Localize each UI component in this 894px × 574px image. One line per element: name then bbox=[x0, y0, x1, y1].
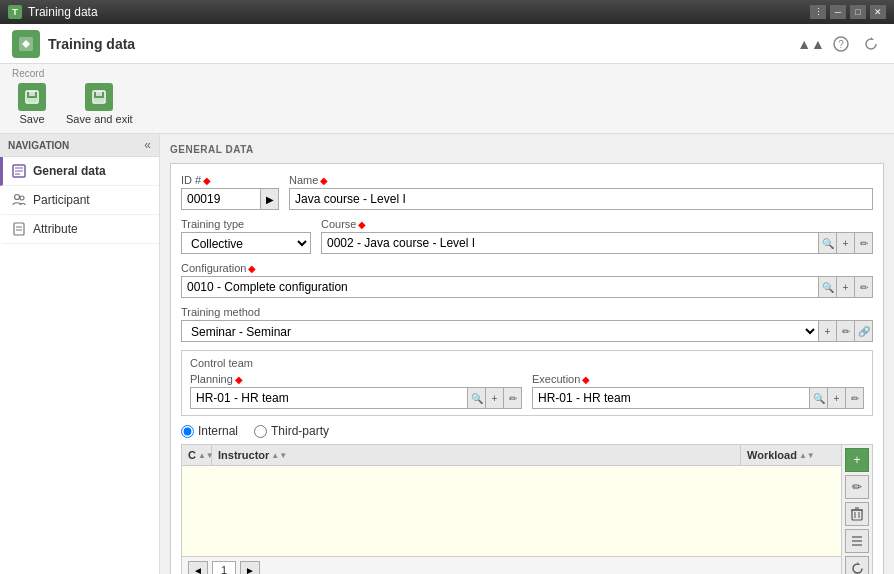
execution-edit-btn[interactable]: ✏ bbox=[846, 387, 864, 409]
svg-text:?: ? bbox=[838, 39, 844, 50]
configuration-input[interactable] bbox=[181, 276, 819, 298]
sidebar-item-participant[interactable]: Participant bbox=[0, 186, 159, 215]
refresh-app-btn[interactable] bbox=[860, 33, 882, 55]
attribute-icon bbox=[11, 221, 27, 237]
planning-field: Planning ◆ 🔍 + ✏ bbox=[190, 373, 522, 409]
instructor-table-footer: ◄ 1 ► bbox=[182, 556, 841, 574]
course-add-btn[interactable]: + bbox=[837, 232, 855, 254]
id-label: ID # ◆ bbox=[181, 174, 279, 186]
form-row-id-name: ID # ◆ ▶ Name ◆ bbox=[181, 174, 873, 210]
table-refresh-btn[interactable] bbox=[845, 556, 869, 574]
form-row-type-course: Training type Collective Individual Cour… bbox=[181, 218, 873, 254]
name-label: Name ◆ bbox=[289, 174, 873, 186]
workload-sort-icon: ▲▼ bbox=[799, 451, 815, 460]
planning-add-btn[interactable]: + bbox=[486, 387, 504, 409]
control-team-label: Control team bbox=[190, 357, 864, 369]
col-c-header: C ▲▼ bbox=[182, 445, 212, 465]
course-input-group: 🔍 + ✏ bbox=[321, 232, 873, 254]
save-exit-icon bbox=[85, 83, 113, 111]
title-bar-minimize-btn[interactable]: ─ bbox=[830, 5, 846, 19]
save-exit-label: Save and exit bbox=[66, 113, 133, 125]
title-bar-title: Training data bbox=[28, 5, 98, 19]
col-workload-header: Workload ▲▼ bbox=[741, 445, 841, 465]
sidebar-item-participant-label: Participant bbox=[33, 193, 90, 207]
id-input[interactable] bbox=[181, 188, 261, 210]
execution-input[interactable] bbox=[532, 387, 810, 409]
svg-marker-3 bbox=[871, 37, 874, 40]
method-edit-btn[interactable]: ✏ bbox=[837, 320, 855, 342]
form-group-configuration: Configuration ◆ 🔍 + ✏ bbox=[181, 262, 873, 298]
form-container: ID # ◆ ▶ Name ◆ bbox=[170, 163, 884, 574]
course-required-star: ◆ bbox=[358, 219, 366, 230]
planning-label: Planning ◆ bbox=[190, 373, 522, 385]
next-page-btn[interactable]: ► bbox=[240, 561, 260, 574]
help-btn[interactable]: ? bbox=[830, 33, 852, 55]
save-button[interactable]: Save bbox=[12, 81, 52, 127]
table-edit-btn[interactable]: ✏ bbox=[845, 475, 869, 499]
training-method-select-group: Seminar - Seminar + ✏ 🔗 bbox=[181, 320, 873, 342]
sidebar-item-general-data-label: General data bbox=[33, 164, 106, 178]
prev-page-btn[interactable]: ◄ bbox=[188, 561, 208, 574]
execution-search-btn[interactable]: 🔍 bbox=[810, 387, 828, 409]
name-input[interactable] bbox=[289, 188, 873, 210]
config-add-btn[interactable]: + bbox=[837, 276, 855, 298]
save-icon bbox=[18, 83, 46, 111]
svg-rect-6 bbox=[27, 98, 37, 102]
navigate-up-btn[interactable]: ▲▲ bbox=[800, 33, 822, 55]
instructor-sort-icon: ▲▼ bbox=[271, 451, 287, 460]
training-method-label: Training method bbox=[181, 306, 873, 318]
course-edit-btn[interactable]: ✏ bbox=[855, 232, 873, 254]
id-nav-btn[interactable]: ▶ bbox=[261, 188, 279, 210]
svg-rect-16 bbox=[14, 223, 24, 235]
radio-internal-input[interactable] bbox=[181, 425, 194, 438]
table-delete-btn[interactable] bbox=[845, 502, 869, 526]
save-and-exit-button[interactable]: Save and exit bbox=[60, 81, 139, 127]
toolbar: Record Save Save and exit bbox=[0, 64, 894, 134]
title-bar-close-btn[interactable]: ✕ bbox=[870, 5, 886, 19]
toolbar-section-label: Record bbox=[12, 68, 882, 79]
training-method-select[interactable]: Seminar - Seminar bbox=[181, 320, 819, 342]
method-link-btn[interactable]: 🔗 bbox=[855, 320, 873, 342]
planning-edit-btn[interactable]: ✏ bbox=[504, 387, 522, 409]
form-group-name: Name ◆ bbox=[289, 174, 873, 210]
sidebar-item-general-data[interactable]: General data bbox=[0, 157, 159, 186]
title-bar-menu-btn[interactable]: ⋮ bbox=[810, 5, 826, 19]
radio-group: Internal Third-party bbox=[181, 424, 873, 438]
training-type-label: Training type bbox=[181, 218, 311, 230]
radio-third-party-input[interactable] bbox=[254, 425, 267, 438]
app-header-right: ▲▲ ? bbox=[800, 33, 882, 55]
execution-add-btn[interactable]: + bbox=[828, 387, 846, 409]
course-input[interactable] bbox=[321, 232, 819, 254]
title-bar-controls: ⋮ ─ □ ✕ bbox=[810, 5, 886, 19]
course-search-btn[interactable]: 🔍 bbox=[819, 232, 837, 254]
toolbar-buttons: Save Save and exit bbox=[12, 81, 882, 127]
radio-third-party[interactable]: Third-party bbox=[254, 424, 329, 438]
general-data-icon bbox=[11, 163, 27, 179]
title-bar-maximize-btn[interactable]: □ bbox=[850, 5, 866, 19]
sidebar-collapse-btn[interactable]: « bbox=[144, 138, 151, 152]
table-actions-side: + ✏ bbox=[842, 444, 873, 574]
execution-label: Execution ◆ bbox=[532, 373, 864, 385]
sidebar-item-attribute-label: Attribute bbox=[33, 222, 78, 236]
table-add-btn[interactable]: + bbox=[845, 448, 869, 472]
page-number: 1 bbox=[212, 561, 236, 574]
app-logo bbox=[12, 30, 40, 58]
radio-internal[interactable]: Internal bbox=[181, 424, 238, 438]
main-layout: NAVIGATION « General data Participant At… bbox=[0, 134, 894, 574]
planning-input[interactable] bbox=[190, 387, 468, 409]
planning-search-btn[interactable]: 🔍 bbox=[468, 387, 486, 409]
sidebar-item-attribute[interactable]: Attribute bbox=[0, 215, 159, 244]
svg-point-14 bbox=[15, 195, 20, 200]
control-team-row: Planning ◆ 🔍 + ✏ Execution bbox=[190, 373, 864, 409]
svg-rect-9 bbox=[94, 98, 104, 102]
method-add-btn[interactable]: + bbox=[819, 320, 837, 342]
table-list-btn[interactable] bbox=[845, 529, 869, 553]
training-type-select[interactable]: Collective Individual bbox=[181, 232, 311, 254]
app-header: Training data ▲▲ ? bbox=[0, 24, 894, 64]
config-search-btn[interactable]: 🔍 bbox=[819, 276, 837, 298]
course-label: Course ◆ bbox=[321, 218, 873, 230]
instructor-table-body bbox=[182, 466, 841, 556]
execution-required-star: ◆ bbox=[582, 374, 590, 385]
execution-field: Execution ◆ 🔍 + ✏ bbox=[532, 373, 864, 409]
config-edit-btn[interactable]: ✏ bbox=[855, 276, 873, 298]
